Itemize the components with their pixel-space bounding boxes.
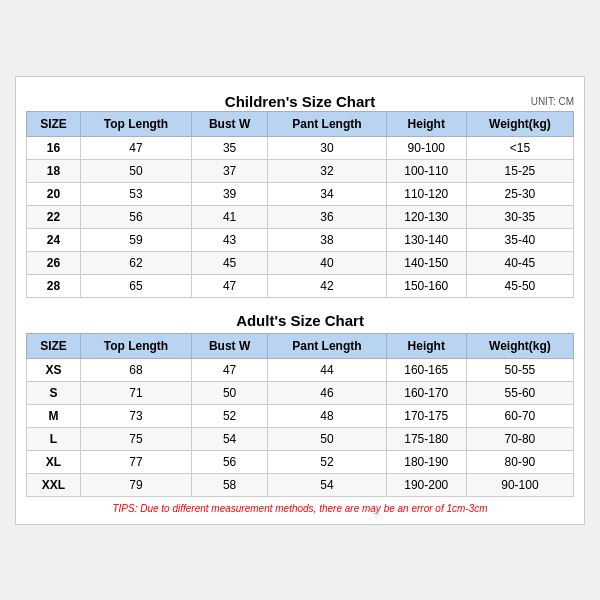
- col-height-adult: Height: [386, 333, 466, 358]
- table-row: 26624540140-15040-45: [27, 251, 574, 274]
- adult-title: Adult's Size Chart: [26, 306, 574, 333]
- table-cell: 180-190: [386, 450, 466, 473]
- col-size-adult: SIZE: [27, 333, 81, 358]
- col-top-length-adult: Top Length: [80, 333, 191, 358]
- table-cell: 50-55: [466, 358, 573, 381]
- table-cell: 170-175: [386, 404, 466, 427]
- table-cell: 43: [192, 228, 268, 251]
- table-cell: 71: [80, 381, 191, 404]
- adult-table: SIZE Top Length Bust W Pant Length Heigh…: [26, 333, 574, 497]
- table-cell: 40: [268, 251, 386, 274]
- table-row: M735248170-17560-70: [27, 404, 574, 427]
- col-top-length: Top Length: [80, 111, 191, 136]
- table-cell: 79: [80, 473, 191, 496]
- table-cell: 37: [192, 159, 268, 182]
- table-row: S715046160-17055-60: [27, 381, 574, 404]
- table-cell: 22: [27, 205, 81, 228]
- table-row: 18503732100-11015-25: [27, 159, 574, 182]
- table-cell: 39: [192, 182, 268, 205]
- table-cell: 80-90: [466, 450, 573, 473]
- col-bust-w-adult: Bust W: [192, 333, 268, 358]
- table-cell: 38: [268, 228, 386, 251]
- col-height: Height: [386, 111, 466, 136]
- col-size: SIZE: [27, 111, 81, 136]
- table-cell: 68: [80, 358, 191, 381]
- table-cell: 55-60: [466, 381, 573, 404]
- table-row: 20533934110-12025-30: [27, 182, 574, 205]
- table-cell: <15: [466, 136, 573, 159]
- table-cell: 90-100: [386, 136, 466, 159]
- table-row: XL775652180-19080-90: [27, 450, 574, 473]
- table-cell: 54: [268, 473, 386, 496]
- table-cell: 90-100: [466, 473, 573, 496]
- table-cell: 140-150: [386, 251, 466, 274]
- table-cell: 48: [268, 404, 386, 427]
- table-cell: L: [27, 427, 81, 450]
- table-cell: 15-25: [466, 159, 573, 182]
- table-cell: 100-110: [386, 159, 466, 182]
- table-cell: 50: [192, 381, 268, 404]
- table-cell: XXL: [27, 473, 81, 496]
- table-cell: 45-50: [466, 274, 573, 297]
- col-weight: Weight(kg): [466, 111, 573, 136]
- table-cell: 75: [80, 427, 191, 450]
- table-cell: 62: [80, 251, 191, 274]
- chart-container: Children's Size Chart UNIT: CM SIZE Top …: [15, 76, 585, 525]
- table-cell: 36: [268, 205, 386, 228]
- table-cell: 20: [27, 182, 81, 205]
- table-cell: 120-130: [386, 205, 466, 228]
- table-cell: 59: [80, 228, 191, 251]
- table-cell: 110-120: [386, 182, 466, 205]
- table-cell: 16: [27, 136, 81, 159]
- table-cell: 53: [80, 182, 191, 205]
- table-row: 1647353090-100<15: [27, 136, 574, 159]
- table-cell: 47: [192, 358, 268, 381]
- table-cell: 70-80: [466, 427, 573, 450]
- table-row: 22564136120-13030-35: [27, 205, 574, 228]
- table-cell: 30: [268, 136, 386, 159]
- tips-text: TIPS: Due to different measurement metho…: [26, 503, 574, 514]
- table-cell: 44: [268, 358, 386, 381]
- table-cell: 42: [268, 274, 386, 297]
- table-cell: 65: [80, 274, 191, 297]
- table-cell: 25-30: [466, 182, 573, 205]
- table-cell: 52: [268, 450, 386, 473]
- col-weight-adult: Weight(kg): [466, 333, 573, 358]
- col-bust-w: Bust W: [192, 111, 268, 136]
- table-cell: M: [27, 404, 81, 427]
- table-cell: 175-180: [386, 427, 466, 450]
- table-cell: 30-35: [466, 205, 573, 228]
- table-cell: 46: [268, 381, 386, 404]
- table-row: XS684744160-16550-55: [27, 358, 574, 381]
- table-cell: 24: [27, 228, 81, 251]
- table-cell: 77: [80, 450, 191, 473]
- table-cell: 54: [192, 427, 268, 450]
- table-cell: 52: [192, 404, 268, 427]
- table-cell: 47: [80, 136, 191, 159]
- col-pant-length-adult: Pant Length: [268, 333, 386, 358]
- table-cell: 190-200: [386, 473, 466, 496]
- table-cell: 50: [268, 427, 386, 450]
- table-cell: 130-140: [386, 228, 466, 251]
- table-cell: 50: [80, 159, 191, 182]
- table-cell: XL: [27, 450, 81, 473]
- children-table: SIZE Top Length Bust W Pant Length Heigh…: [26, 111, 574, 298]
- table-cell: 41: [192, 205, 268, 228]
- table-cell: 56: [192, 450, 268, 473]
- table-cell: 160-165: [386, 358, 466, 381]
- table-cell: 40-45: [466, 251, 573, 274]
- table-cell: 26: [27, 251, 81, 274]
- table-cell: 150-160: [386, 274, 466, 297]
- table-cell: 58: [192, 473, 268, 496]
- table-cell: 18: [27, 159, 81, 182]
- table-cell: 73: [80, 404, 191, 427]
- table-row: 24594338130-14035-40: [27, 228, 574, 251]
- table-cell: XS: [27, 358, 81, 381]
- table-cell: 35-40: [466, 228, 573, 251]
- table-cell: 32: [268, 159, 386, 182]
- table-cell: 45: [192, 251, 268, 274]
- table-cell: 56: [80, 205, 191, 228]
- table-cell: 160-170: [386, 381, 466, 404]
- table-cell: 60-70: [466, 404, 573, 427]
- table-cell: 34: [268, 182, 386, 205]
